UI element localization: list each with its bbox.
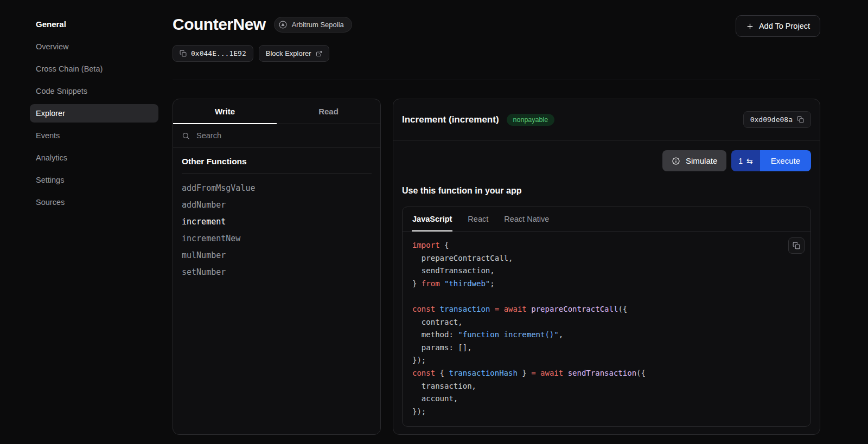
sidebar-heading: General <box>30 16 158 37</box>
sidebar: General OverviewCross Chain (Beta)Code S… <box>0 0 163 444</box>
code-line: account, <box>412 392 801 406</box>
code-area: import { prepareContractCall, sendTransa… <box>403 231 810 426</box>
contract-address-label: 0x044E...1E92 <box>191 49 246 57</box>
function-list-item[interactable]: addFromMsgValue <box>182 179 372 196</box>
search-row <box>173 124 380 147</box>
code-line: const transaction = await prepareContrac… <box>412 303 801 316</box>
app-root: General OverviewCross Chain (Beta)Code S… <box>0 0 868 444</box>
block-explorer-button[interactable]: Block Explorer <box>259 45 329 62</box>
copy-icon <box>797 116 804 123</box>
function-tab[interactable]: Read <box>277 99 380 124</box>
copy-icon <box>180 50 187 57</box>
sidebar-item[interactable]: Overview <box>30 37 158 56</box>
execute-button[interactable]: Execute <box>760 150 811 171</box>
function-tab[interactable]: Write <box>173 99 277 124</box>
code-block: import { prepareContractCall, sendTransa… <box>412 239 801 418</box>
add-to-project-label: Add To Project <box>759 22 810 30</box>
function-group: Other Functions addFromMsgValueaddNumber… <box>173 147 380 289</box>
execute-count: 1 <box>738 157 743 165</box>
code-line: params: [], <box>412 342 801 355</box>
detail-header: Increment (increment) nonpayable 0xd09de… <box>393 99 820 140</box>
function-title: Increment (increment) <box>402 114 499 125</box>
sidebar-item[interactable]: Code Snippets <box>30 82 158 100</box>
sidebar-list: OverviewCross Chain (Beta)Code SnippetsE… <box>30 37 158 211</box>
selector-label: 0xd09de08a <box>750 115 793 124</box>
function-list-item[interactable]: increment <box>182 213 372 230</box>
selector-button[interactable]: 0xd09de08a <box>743 111 811 128</box>
execute-count-button[interactable]: 1 ⇆ <box>731 150 760 171</box>
code-line: sendTransaction, <box>412 265 801 278</box>
title-row: CounterNew Arbitrum Sepolia <box>173 15 352 34</box>
code-line: const { transactionHash } = await sendTr… <box>412 367 801 380</box>
mutability-badge: nonpayable <box>507 114 555 126</box>
sidebar-item[interactable]: Events <box>30 126 158 145</box>
function-list-item[interactable]: mulNumber <box>182 247 372 263</box>
code-tab[interactable]: JavaScript <box>412 207 452 231</box>
sidebar-item[interactable]: Cross Chain (Beta) <box>30 60 158 78</box>
code-card: JavaScriptReactReact Native import { pre… <box>402 207 811 427</box>
block-explorer-label: Block Explorer <box>266 49 311 57</box>
search-icon <box>182 132 190 140</box>
code-line: prepareContractCall, <box>412 252 801 265</box>
function-list-item[interactable]: addNumber <box>182 196 372 213</box>
code-line: }); <box>412 406 801 419</box>
sidebar-item[interactable]: Explorer <box>30 104 158 123</box>
code-line: import { <box>412 239 801 252</box>
function-list: addFromMsgValueaddNumberincrementincreme… <box>182 179 372 280</box>
content-row: WriteRead Other Functions addFromMsgValu… <box>173 99 820 435</box>
function-group-heading: Other Functions <box>182 157 372 173</box>
code-tab[interactable]: React <box>467 207 489 231</box>
sidebar-item[interactable]: Sources <box>30 193 158 211</box>
address-row: 0x044E...1E92 Block Explorer <box>173 45 820 62</box>
sidebar-item[interactable]: Analytics <box>30 149 158 167</box>
code-tab[interactable]: React Native <box>503 207 550 231</box>
actions-row: Simulate 1 ⇆ Execute <box>393 140 820 171</box>
functions-panel: WriteRead Other Functions addFromMsgValu… <box>173 99 381 435</box>
code-line <box>412 290 801 303</box>
execute-button-group: 1 ⇆ Execute <box>731 150 811 171</box>
add-to-project-button[interactable]: Add To Project <box>736 15 820 37</box>
code-line: } from "thirdweb"; <box>412 278 801 291</box>
search-input[interactable] <box>195 131 372 140</box>
info-icon <box>672 157 680 165</box>
function-detail-panel: Increment (increment) nonpayable 0xd09de… <box>393 99 820 435</box>
page-title: CounterNew <box>173 15 266 34</box>
network-badge: Arbitrum Sepolia <box>274 17 352 33</box>
external-link-icon <box>316 50 322 57</box>
sidebar-item[interactable]: Settings <box>30 171 158 189</box>
network-badge-label: Arbitrum Sepolia <box>292 21 344 29</box>
code-line: transaction, <box>412 380 801 393</box>
copy-icon <box>793 242 800 249</box>
usage-heading: Use this function in your app <box>393 171 820 196</box>
code-tabs: JavaScriptReactReact Native <box>403 207 810 231</box>
function-tabs: WriteRead <box>173 99 380 124</box>
page-header: CounterNew Arbitrum Sepolia Add To Proje… <box>173 15 820 37</box>
code-line: }); <box>412 354 801 367</box>
plus-icon <box>746 22 754 30</box>
swap-icon: ⇆ <box>746 157 753 165</box>
code-line: method: "function increment()", <box>412 329 801 342</box>
function-list-item[interactable]: incrementNew <box>182 230 372 247</box>
main-content: CounterNew Arbitrum Sepolia Add To Proje… <box>163 0 868 444</box>
network-chain-icon <box>278 20 288 29</box>
contract-address-button[interactable]: 0x044E...1E92 <box>173 45 253 62</box>
code-line: contract, <box>412 316 801 329</box>
simulate-label: Simulate <box>686 156 717 165</box>
copy-code-button[interactable] <box>788 237 805 254</box>
header-divider <box>173 80 820 80</box>
function-list-item[interactable]: setNumber <box>182 263 372 280</box>
simulate-button[interactable]: Simulate <box>662 150 726 171</box>
